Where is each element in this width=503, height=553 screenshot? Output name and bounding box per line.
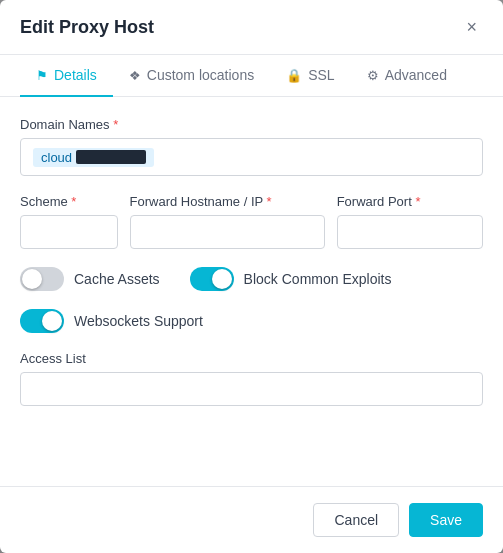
access-list-input[interactable]: Publicly Accessible xyxy=(20,372,483,406)
save-button[interactable]: Save xyxy=(409,503,483,537)
toggles-row-2: Websockets Support xyxy=(20,309,483,333)
cache-assets-label: Cache Assets xyxy=(74,271,160,287)
connection-row: Scheme * http Forward Hostname / IP * 19… xyxy=(20,194,483,249)
forward-hostname-input[interactable]: 192.168.1.131 xyxy=(130,215,325,249)
forward-port-input[interactable]: 11000 xyxy=(337,215,483,249)
domain-tag: cloud xyxy=(33,148,154,167)
cache-assets-toggle-item: Cache Assets xyxy=(20,267,160,291)
block-exploits-toggle-item: Block Common Exploits xyxy=(190,267,392,291)
access-list-label: Access List xyxy=(20,351,483,366)
edit-proxy-host-modal: Edit Proxy Host × ⚑ Details ❖ Custom loc… xyxy=(0,0,503,553)
websockets-thumb xyxy=(42,311,62,331)
toggles-row-1: Cache Assets Block Common Exploits xyxy=(20,267,483,291)
forward-hostname-group: Forward Hostname / IP * 192.168.1.131 xyxy=(130,194,325,249)
ssl-icon: 🔒 xyxy=(286,68,302,83)
block-exploits-toggle[interactable] xyxy=(190,267,234,291)
scheme-label: Scheme * xyxy=(20,194,118,209)
modal-body: Domain Names * cloud Scheme * http xyxy=(0,97,503,486)
modal-footer: Cancel Save xyxy=(0,486,503,553)
domain-names-label: Domain Names * xyxy=(20,117,483,132)
block-exploits-thumb xyxy=(212,269,232,289)
scheme-input[interactable]: http xyxy=(20,215,118,249)
tab-custom-locations[interactable]: ❖ Custom locations xyxy=(113,55,270,97)
advanced-icon: ⚙ xyxy=(367,68,379,83)
cache-assets-thumb xyxy=(22,269,42,289)
tab-advanced[interactable]: ⚙ Advanced xyxy=(351,55,463,97)
cancel-button[interactable]: Cancel xyxy=(313,503,399,537)
custom-locations-icon: ❖ xyxy=(129,68,141,83)
websockets-toggle[interactable] xyxy=(20,309,64,333)
forward-port-group: Forward Port * 11000 xyxy=(337,194,483,249)
access-list-group: Access List Publicly Accessible xyxy=(20,351,483,406)
modal-header: Edit Proxy Host × xyxy=(0,0,503,55)
tab-bar: ⚑ Details ❖ Custom locations 🔒 SSL ⚙ Adv… xyxy=(0,55,503,97)
domain-names-group: Domain Names * cloud xyxy=(20,117,483,176)
required-indicator: * xyxy=(113,117,118,132)
modal-title: Edit Proxy Host xyxy=(20,17,154,38)
tab-ssl[interactable]: 🔒 SSL xyxy=(270,55,350,97)
tab-details[interactable]: ⚑ Details xyxy=(20,55,113,97)
block-exploits-label: Block Common Exploits xyxy=(244,271,392,287)
domain-names-input[interactable]: cloud xyxy=(20,138,483,176)
forward-hostname-label: Forward Hostname / IP * xyxy=(130,194,325,209)
scheme-group: Scheme * http xyxy=(20,194,118,249)
close-button[interactable]: × xyxy=(460,16,483,38)
modal-overlay: Edit Proxy Host × ⚑ Details ❖ Custom loc… xyxy=(0,0,503,553)
details-icon: ⚑ xyxy=(36,68,48,83)
redacted-domain xyxy=(76,150,146,164)
websockets-toggle-item: Websockets Support xyxy=(20,309,203,333)
websockets-label: Websockets Support xyxy=(74,313,203,329)
forward-port-label: Forward Port * xyxy=(337,194,483,209)
cache-assets-toggle[interactable] xyxy=(20,267,64,291)
